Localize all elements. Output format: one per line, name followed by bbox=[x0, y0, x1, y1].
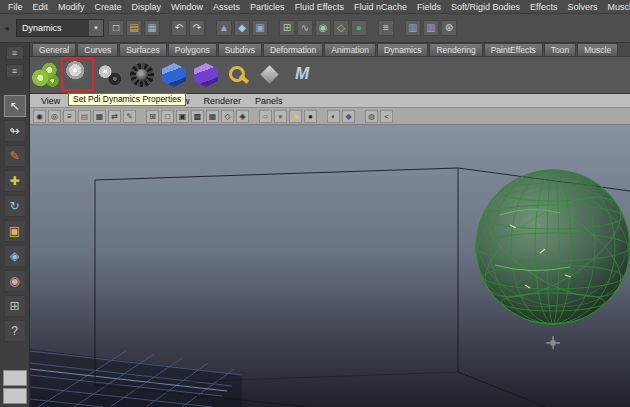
ground-grid bbox=[30, 349, 242, 407]
safe-title-icon[interactable]: ◈ bbox=[236, 110, 249, 123]
undo-icon[interactable]: ↶ bbox=[171, 20, 187, 36]
menu-item[interactable]: Edit bbox=[28, 2, 54, 12]
move-tool-icon[interactable]: ✚ bbox=[4, 170, 26, 192]
construction-history-icon[interactable]: ≡ bbox=[378, 20, 394, 36]
field-shelf-icon[interactable] bbox=[128, 61, 156, 89]
menu-item[interactable]: Muscle bbox=[602, 2, 630, 12]
grid-icon[interactable]: ⊞ bbox=[146, 110, 159, 123]
shelf-tab[interactable]: Subdivs bbox=[218, 43, 262, 56]
quick-layout-two-pane-icon[interactable] bbox=[3, 388, 27, 404]
menu-item[interactable]: Assets bbox=[208, 2, 245, 12]
soft-body-shelf-icon[interactable] bbox=[192, 61, 220, 89]
grease-pencil-icon[interactable]: ✎ bbox=[123, 110, 136, 123]
move-manipulator-icon bbox=[546, 336, 560, 349]
menu-item[interactable]: Solvers bbox=[562, 2, 602, 12]
menu-item[interactable]: Fluid nCache bbox=[349, 2, 412, 12]
menu-item[interactable]: Window bbox=[166, 2, 208, 12]
new-scene-icon[interactable]: □ bbox=[108, 20, 124, 36]
show-manipulator-icon[interactable]: ⊞ bbox=[4, 295, 26, 317]
rotate-tool-icon[interactable]: ↻ bbox=[4, 195, 26, 217]
shelf-tab[interactable]: Deformation bbox=[263, 43, 323, 56]
menu-item[interactable]: File bbox=[3, 2, 28, 12]
resolution-gate-icon[interactable]: ▣ bbox=[176, 110, 189, 123]
snap-to-grid-icon[interactable]: ⊞ bbox=[279, 20, 295, 36]
field-chart-icon[interactable]: ▦ bbox=[206, 110, 219, 123]
shelf-tab[interactable]: PaintEffects bbox=[484, 43, 543, 56]
main-menubar: FileEditModifyCreateDisplayWindowAssetsP… bbox=[0, 0, 630, 14]
shaded-sphere-icon[interactable]: ● bbox=[274, 110, 287, 123]
menu-item[interactable]: Modify bbox=[53, 2, 90, 12]
camera-lock-icon[interactable]: ◎ bbox=[48, 110, 61, 123]
redo-icon[interactable]: ↷ bbox=[189, 20, 205, 36]
soft-mod-tool-icon[interactable]: ◉ bbox=[4, 270, 26, 292]
wireframe-sphere-icon[interactable]: ○ bbox=[259, 110, 272, 123]
textured-sphere-icon[interactable]: ● bbox=[289, 110, 302, 123]
menu-item[interactable]: Create bbox=[90, 2, 127, 12]
menu-item[interactable]: Effects bbox=[525, 2, 562, 12]
select-tool-icon[interactable]: ↖ bbox=[4, 95, 26, 117]
render-icon[interactable]: ▥ bbox=[405, 20, 421, 36]
panel-menu-item[interactable]: Panels bbox=[248, 96, 290, 106]
bookmark-icon[interactable]: ▤ bbox=[78, 110, 91, 123]
two-d-pan-zoom-icon[interactable]: ⇄ bbox=[108, 110, 121, 123]
viewport[interactable] bbox=[30, 125, 630, 407]
snap-to-plane-icon[interactable]: ◇ bbox=[333, 20, 349, 36]
shelf-tab[interactable]: Rendering bbox=[429, 43, 482, 56]
emitter-shelf-icon[interactable] bbox=[64, 61, 92, 89]
open-scene-icon[interactable]: ▤ bbox=[126, 20, 142, 36]
camera-attributes-icon[interactable]: ≡ bbox=[63, 110, 76, 123]
shelf-tab[interactable]: Polygons bbox=[168, 43, 217, 56]
toolbox-menu-bottom-icon[interactable]: ≡ bbox=[6, 64, 24, 78]
gate-mask-icon[interactable]: ▩ bbox=[191, 110, 204, 123]
menu-item[interactable]: Display bbox=[127, 2, 167, 12]
constraint-shelf-icon[interactable] bbox=[256, 61, 284, 89]
menuset-dropdown[interactable]: Dynamics ▼ bbox=[16, 19, 104, 37]
render-settings-icon[interactable]: ⊛ bbox=[441, 20, 457, 36]
snap-to-curve-icon[interactable]: ∿ bbox=[297, 20, 313, 36]
wireframe-on-shaded-icon[interactable]: ◍ bbox=[365, 110, 378, 123]
panel-menu-item[interactable]: View bbox=[34, 96, 67, 106]
share-icon[interactable]: < bbox=[380, 110, 393, 123]
quick-layout-single-pane-icon[interactable] bbox=[3, 370, 27, 386]
camera-icon[interactable]: ◉ bbox=[33, 110, 46, 123]
panel-menu-item[interactable]: Renderer bbox=[196, 96, 248, 106]
shelf-tab[interactable]: Curves bbox=[77, 43, 118, 56]
rigid-body-shelf-icon[interactable] bbox=[160, 61, 188, 89]
shelf-tab[interactable]: Muscle bbox=[577, 43, 618, 56]
universal-manipulator-icon[interactable]: ◈ bbox=[4, 245, 26, 267]
collapse-arrow-icon[interactable]: ◂ bbox=[4, 23, 12, 33]
shelf-tab[interactable]: General bbox=[32, 43, 76, 56]
menu-item[interactable]: Soft/Rigid Bodies bbox=[446, 2, 525, 12]
toolbox-menu-top-icon[interactable]: ≡ bbox=[6, 46, 24, 60]
scale-tool-icon[interactable]: ▣ bbox=[4, 220, 26, 242]
particles-shelf-icon[interactable] bbox=[32, 61, 60, 89]
shelf-tab[interactable]: Toon bbox=[544, 43, 576, 56]
select-object-icon[interactable]: ◆ bbox=[234, 20, 250, 36]
isolate-select-icon[interactable]: ◆ bbox=[342, 110, 355, 123]
menu-item[interactable]: Fields bbox=[412, 2, 446, 12]
shelf-tab[interactable]: Dynamics bbox=[377, 43, 428, 56]
snap-to-point-icon[interactable]: ◉ bbox=[315, 20, 331, 36]
maya-shelf-icon[interactable]: M bbox=[288, 61, 316, 89]
ipr-render-icon[interactable]: ▥ bbox=[423, 20, 439, 36]
make-live-icon[interactable]: ● bbox=[351, 20, 367, 36]
select-hierarchy-icon[interactable]: ▲ bbox=[216, 20, 232, 36]
status-icons: □▤▦↶↷▲◆▣⊞∿◉◇●≡▥▥⊛ bbox=[108, 20, 457, 36]
shelf-tab[interactable]: Animation bbox=[324, 43, 376, 56]
shelf-tabs: GeneralCurvesSurfacesPolygonsSubdivsDefo… bbox=[30, 43, 630, 57]
menu-item[interactable]: Fluid Effects bbox=[290, 2, 349, 12]
select-component-icon[interactable]: ▣ bbox=[252, 20, 268, 36]
menu-item[interactable]: Particles bbox=[245, 2, 290, 12]
paint-select-tool-icon[interactable]: ✎ bbox=[4, 145, 26, 167]
lasso-select-tool-icon[interactable]: ↬ bbox=[4, 120, 26, 142]
save-scene-icon[interactable]: ▦ bbox=[144, 20, 160, 36]
keyframe-shelf-icon[interactable] bbox=[224, 61, 252, 89]
safe-action-icon[interactable]: ◇ bbox=[221, 110, 234, 123]
xray-icon[interactable]: ◐ bbox=[327, 110, 340, 123]
shelf-tab[interactable]: Surfaces bbox=[119, 43, 167, 56]
film-gate-icon[interactable]: □ bbox=[161, 110, 174, 123]
lights-sphere-icon[interactable]: ● bbox=[304, 110, 317, 123]
collision-shelf-icon[interactable] bbox=[96, 61, 124, 89]
last-tool-icon[interactable]: ? bbox=[4, 320, 26, 342]
image-plane-icon[interactable]: ▦ bbox=[93, 110, 106, 123]
